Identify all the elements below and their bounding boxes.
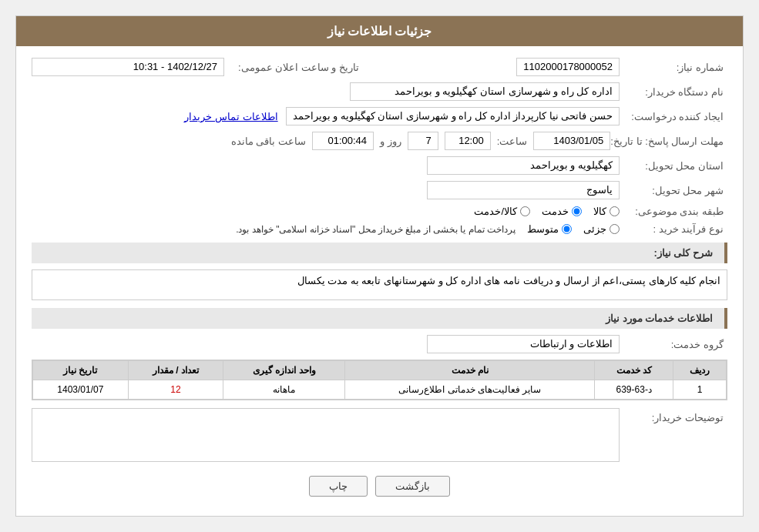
response-time: 12:00 <box>445 132 491 150</box>
cell-unit: ماهانه <box>223 380 345 400</box>
response-days-label: روز و <box>380 136 401 147</box>
response-remaining: 01:00:44 <box>312 132 374 150</box>
process-jozi-label: جزئی <box>583 223 606 235</box>
buyer-org-value: اداره کل راه و شهرسازی استان کهگیلویه و … <box>350 82 620 101</box>
cell-row: 1 <box>673 380 727 400</box>
cell-code: د-63-639 <box>595 380 673 400</box>
services-table-container: ردیف کد خدمت نام خدمت واحد اندازه گیری ت… <box>32 360 727 400</box>
table-row: 1 د-63-639 سایر فعالیت‌های خدماتی اطلاع‌… <box>33 380 727 400</box>
process-mottasat[interactable]: متوسط <box>527 223 572 235</box>
buyer-description-label: توضیحات خریدار: <box>620 408 727 423</box>
contact-info-link[interactable]: اطلاعات تماس خریدار <box>184 111 277 122</box>
category-radio-group: کالا خدمت کالا/خدمت <box>474 206 620 217</box>
category-khedmat[interactable]: خدمت <box>542 206 582 217</box>
category-kala-label: کالا <box>593 206 606 217</box>
category-kala-radio[interactable] <box>610 206 620 216</box>
category-label: طبقه بندی موضوعی: <box>620 206 727 217</box>
description-value: انجام کلیه کارهای پستی،اعم از ارسال و در… <box>32 269 727 300</box>
need-number-label: شماره نیاز: <box>620 62 727 73</box>
city-label: شهر محل تحویل: <box>620 185 727 196</box>
back-button[interactable]: بازگشت <box>375 476 450 497</box>
service-group-label: گروه خدمت: <box>620 339 727 350</box>
buyer-description-textarea[interactable] <box>32 408 620 462</box>
category-kala-khedmat[interactable]: کالا/خدمت <box>474 206 530 217</box>
province-value: کهگیلویه و بویراحمد <box>427 156 620 175</box>
response-days: 7 <box>408 132 438 150</box>
cell-name: سایر فعالیت‌های خدماتی اطلاع‌رسانی <box>345 380 595 400</box>
buttons-row: بازگشت چاپ <box>32 476 727 497</box>
service-group-value: اطلاعات و ارتباطات <box>427 335 620 353</box>
response-deadline-label: مهلت ارسال پاسخ: تا تاریخ: <box>610 136 727 147</box>
description-section-title: شرح کلی نیاز: <box>32 243 727 263</box>
services-table: ردیف کد خدمت نام خدمت واحد اندازه گیری ت… <box>32 360 727 400</box>
category-khedmat-radio[interactable] <box>572 206 582 216</box>
response-time-label: ساعت: <box>497 136 528 147</box>
requester-value: حسن فاتحی نیا کارپرداز اداره کل راه و شه… <box>286 107 620 125</box>
need-number-value: 1102000178000052 <box>516 58 620 76</box>
cell-qty: 12 <box>128 380 223 400</box>
col-row: ردیف <box>673 361 727 380</box>
category-kala-khedmat-label: کالا/خدمت <box>474 206 517 217</box>
col-qty: تعداد / مقدار <box>128 361 223 380</box>
announce-date-value: 1402/12/27 - 10:31 <box>32 58 224 76</box>
services-section-title: اطلاعات خدمات مورد نیاز <box>32 308 727 329</box>
process-jozi-radio[interactable] <box>610 224 620 234</box>
process-note: پرداخت تمام یا بخشی از مبلغ خریداز محل "… <box>236 224 516 235</box>
process-type-label: نوع فرآیند خرید : <box>620 223 727 235</box>
announce-date-label: تاریخ و ساعت اعلان عمومی: <box>224 62 363 73</box>
process-mottasat-radio[interactable] <box>562 224 572 234</box>
process-jozi[interactable]: جزئی <box>583 223 620 235</box>
col-name: نام خدمت <box>345 361 595 380</box>
buyer-org-label: نام دستگاه خریدار: <box>620 86 727 98</box>
response-remaining-label: ساعت باقی مانده <box>231 136 306 147</box>
print-button[interactable]: چاپ <box>309 476 368 497</box>
col-code: کد خدمت <box>595 361 673 380</box>
page-header: جزئیات اطلاعات نیاز <box>16 16 743 46</box>
city-value: یاسوج <box>427 181 620 199</box>
page-title: جزئیات اطلاعات نیاز <box>327 25 432 38</box>
category-kala-khedmat-radio[interactable] <box>520 206 530 216</box>
cell-date: 1403/01/07 <box>33 380 129 400</box>
response-date: 1403/01/05 <box>533 132 610 150</box>
process-type-radio-group: جزئی متوسط <box>527 223 620 235</box>
process-mottasat-label: متوسط <box>527 223 559 235</box>
col-unit: واحد اندازه گیری <box>223 361 345 380</box>
col-date: تاریخ نیاز <box>33 361 129 380</box>
category-khedmat-label: خدمت <box>542 206 569 217</box>
category-kala[interactable]: کالا <box>593 206 620 217</box>
province-label: استان محل تحویل: <box>620 160 727 172</box>
requester-label: ایجاد کننده درخواست: <box>620 111 727 122</box>
